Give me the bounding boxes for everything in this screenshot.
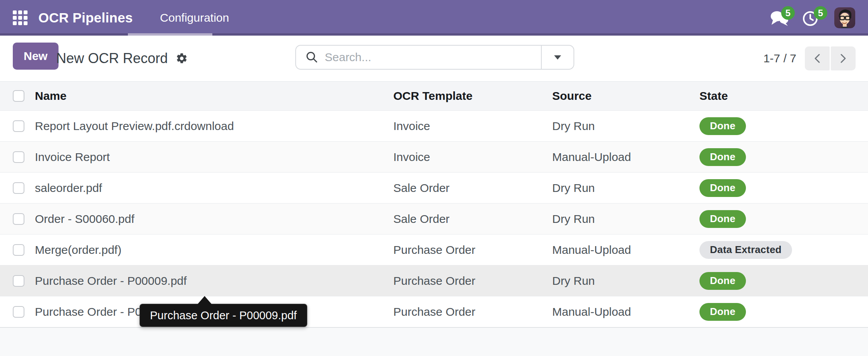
column-header-state[interactable]: State bbox=[699, 89, 868, 103]
state-badge: Done bbox=[699, 117, 746, 135]
search-bar bbox=[295, 45, 574, 70]
record-source: Manual-Upload bbox=[552, 243, 699, 257]
menu-configuration[interactable]: Configuration bbox=[155, 11, 234, 24]
records-list: Name OCR Template Source State Report La… bbox=[0, 81, 868, 356]
table-row[interactable]: Merge(order.pdf) Purchase Order Manual-U… bbox=[0, 234, 868, 265]
chevron-right-icon bbox=[838, 53, 848, 64]
row-checkbox[interactable] bbox=[13, 182, 24, 194]
column-header-name[interactable]: Name bbox=[35, 89, 393, 103]
search-icon bbox=[305, 51, 319, 64]
record-template: Sale Order bbox=[393, 212, 552, 226]
record-source: Dry Run bbox=[552, 181, 699, 195]
row-checkbox[interactable] bbox=[13, 151, 24, 163]
row-checkbox[interactable] bbox=[13, 306, 24, 318]
table-row[interactable]: Purchase Order - P00009.pdf Purchase Ord… bbox=[0, 296, 868, 327]
apps-grid-icon[interactable] bbox=[13, 10, 28, 25]
state-badge: Done bbox=[699, 303, 746, 321]
record-name: Merge(order.pdf) bbox=[35, 243, 393, 257]
top-navbar: OCR Pipelines Configuration 5 5 bbox=[0, 0, 868, 36]
record-source: Dry Run bbox=[552, 212, 699, 226]
list-footer bbox=[0, 327, 868, 356]
ocr-pipelines-app: OCR Pipelines Configuration 5 5 bbox=[0, 0, 868, 356]
record-template: Invoice bbox=[393, 120, 552, 133]
select-all-checkbox[interactable] bbox=[13, 90, 24, 102]
record-source: Manual-Upload bbox=[552, 151, 699, 164]
new-button[interactable]: New bbox=[13, 43, 59, 70]
pager-next-button[interactable] bbox=[831, 46, 856, 70]
record-name: Purchase Order - P00009.pdf bbox=[35, 274, 393, 288]
record-name: saleorder.pdf bbox=[35, 181, 393, 195]
pager: 1-7 / 7 bbox=[763, 36, 856, 81]
activities-count-badge: 5 bbox=[814, 6, 827, 20]
activities-button[interactable]: 5 bbox=[802, 6, 822, 29]
user-avatar[interactable] bbox=[834, 7, 855, 28]
table-row[interactable]: Purchase Order - P00009.pdf Purchase Ord… bbox=[0, 265, 868, 296]
row-checkbox[interactable] bbox=[13, 120, 24, 132]
state-badge: Done bbox=[699, 148, 746, 166]
row-checkbox[interactable] bbox=[13, 213, 24, 225]
pager-previous-button[interactable] bbox=[805, 46, 830, 70]
row-checkbox[interactable] bbox=[13, 244, 24, 256]
state-badge: Done bbox=[699, 272, 746, 290]
search-options-toggle[interactable] bbox=[542, 46, 574, 69]
caret-down-icon bbox=[554, 55, 561, 60]
pager-range: 1-7 / 7 bbox=[763, 52, 796, 65]
table-row[interactable]: Invoice Report Invoice Manual-Upload Don… bbox=[0, 142, 868, 173]
record-name: Invoice Report bbox=[35, 151, 393, 164]
state-badge: Done bbox=[699, 210, 746, 228]
messages-count-badge: 5 bbox=[781, 6, 795, 20]
search-input[interactable] bbox=[325, 51, 541, 64]
state-badge: Done bbox=[699, 179, 746, 197]
record-template: Sale Order bbox=[393, 181, 552, 195]
record-template: Purchase Order bbox=[393, 243, 552, 257]
table-row[interactable]: saleorder.pdf Sale Order Dry Run Done bbox=[0, 173, 868, 204]
table-body: Report Layout Preview.pdf.crdownload Inv… bbox=[0, 111, 868, 327]
record-source: Manual-Upload bbox=[552, 305, 699, 318]
app-title[interactable]: OCR Pipelines bbox=[38, 10, 133, 26]
table-row[interactable]: Report Layout Preview.pdf.crdownload Inv… bbox=[0, 111, 868, 142]
state-badge: Data Extracted bbox=[699, 241, 792, 259]
tooltip: Purchase Order - P00009.pdf bbox=[140, 304, 307, 327]
record-name: Order - S00060.pdf bbox=[35, 212, 393, 226]
breadcrumb-title: New OCR Record bbox=[56, 50, 168, 67]
messages-button[interactable]: 5 bbox=[769, 6, 789, 29]
chevron-left-icon bbox=[812, 53, 822, 64]
record-template: Invoice bbox=[393, 151, 552, 164]
table-row[interactable]: Order - S00060.pdf Sale Order Dry Run Do… bbox=[0, 204, 868, 234]
record-source: Dry Run bbox=[552, 120, 699, 133]
gear-icon[interactable] bbox=[176, 52, 188, 65]
record-name: Report Layout Preview.pdf.crdownload bbox=[35, 120, 393, 133]
record-template: Purchase Order bbox=[393, 305, 552, 318]
column-header-template[interactable]: OCR Template bbox=[393, 89, 552, 103]
control-panel: New New OCR Record 1-7 / 7 bbox=[0, 36, 868, 81]
row-checkbox[interactable] bbox=[13, 275, 24, 287]
record-template: Purchase Order bbox=[393, 274, 552, 288]
column-header-source[interactable]: Source bbox=[552, 89, 699, 103]
table-header-row: Name OCR Template Source State bbox=[0, 81, 868, 111]
record-source: Dry Run bbox=[552, 274, 699, 288]
